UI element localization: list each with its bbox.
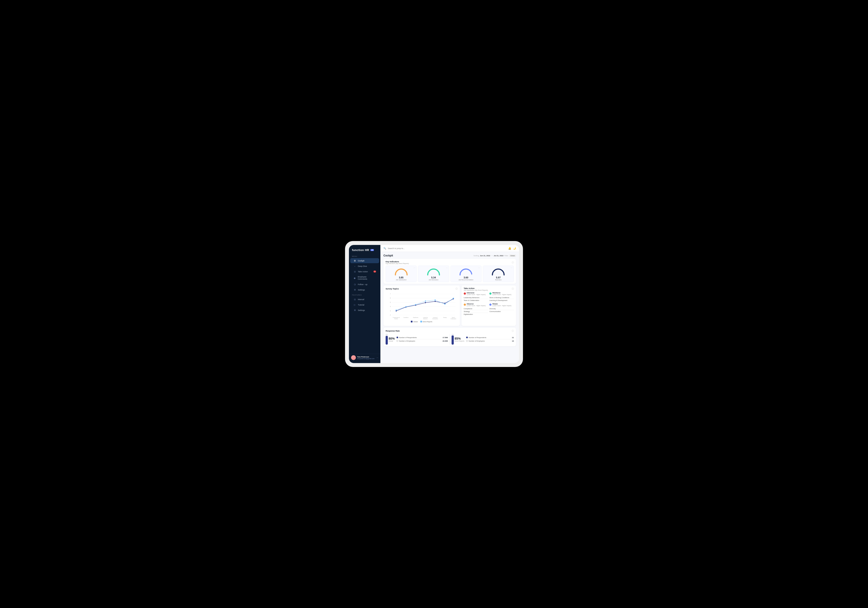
response-pct-fill-direct bbox=[451, 336, 454, 345]
sidebar-item-take-action[interactable]: ◎ Take Action 3 bbox=[350, 269, 379, 274]
stat-label-employees-global: Number of Employees bbox=[399, 340, 415, 342]
response-stats-global: Number of Respondents 17.500 Number of E… bbox=[397, 336, 448, 343]
tablet-frame: function HR HR MENU ⊞ Cockpit ⬦ Deep Div… bbox=[345, 241, 523, 367]
sidebar-item-label-manual: Manual bbox=[358, 299, 364, 300]
stat-label-respondents-direct: Number of Respondents bbox=[469, 337, 486, 339]
survey-topics-info-icon[interactable]: ⓘ bbox=[456, 287, 458, 290]
sidebar-item-label-take-action: Take Action bbox=[358, 271, 368, 273]
sidebar-item-label-settings2: Settings bbox=[358, 309, 365, 311]
indicator-job-satisfaction: ··· 3.85 Job Satisfaction bbox=[386, 266, 417, 282]
response-pct-fill-global bbox=[386, 336, 388, 345]
sidebar-item-manual[interactable]: ◎ Manual bbox=[350, 297, 379, 302]
observe-title: Observe bbox=[467, 303, 486, 305]
stat-left-respondents-global: Number of Respondents bbox=[397, 337, 417, 339]
observe-dot bbox=[464, 303, 466, 306]
stat-value-employees-direct: 13 bbox=[512, 340, 514, 342]
chart-legend: Global Direct Reports bbox=[386, 321, 458, 322]
sidebar-item-tutorial[interactable]: ▷ Tutorial bbox=[350, 302, 379, 307]
settings-icon: ⚙ bbox=[353, 289, 356, 291]
sidebar-item-deep-dive[interactable]: ⬦ Deep Dive bbox=[350, 264, 379, 269]
take-action-info-icon[interactable]: ⓘ bbox=[512, 287, 514, 290]
indicators-row: ··· 3.85 Job Satisfaction bbox=[386, 266, 514, 282]
intervene-dot bbox=[464, 292, 466, 295]
main-content: 🔍 🔔 🌙 Cockpit Sorting Jun 21, 2022 → Jul bbox=[380, 245, 519, 363]
quadrant-header-reinforce: Reinforce (Lower Score - Higher Impact) bbox=[489, 292, 514, 295]
sidebar-item-settings2[interactable]: ⚙ Settings bbox=[350, 308, 379, 313]
observe-item-2: Digitalization bbox=[464, 313, 488, 316]
gauge-value-2: 5.34 bbox=[420, 276, 447, 279]
stat-circle-respondents-direct bbox=[466, 337, 468, 338]
indicator-retention: ··· 5.97 Retention bbox=[483, 266, 514, 282]
sidebar-item-label-deep-dive: Deep Dive bbox=[358, 265, 367, 267]
svg-point-21 bbox=[415, 304, 416, 305]
survey-topics-title: Survey Topics bbox=[386, 288, 399, 290]
svg-text:Development: Development bbox=[432, 318, 438, 319]
survey-topics-header: Survey Topics ⓘ bbox=[386, 287, 458, 290]
user-info: Tom Pederson tompederson@gmail.com bbox=[357, 356, 375, 359]
gauge-label-3: Job Recommendation bbox=[453, 279, 480, 281]
topbar: 🔍 🔔 🌙 bbox=[380, 245, 519, 252]
sidebar-item-label-follow-up: Follow - up bbox=[358, 283, 367, 286]
stat-label-respondents-global: Number of Respondents bbox=[399, 337, 417, 339]
response-pct-bar-global bbox=[386, 334, 388, 345]
response-block-direct: 85% Direct Reports Number of Respondents bbox=[451, 334, 514, 345]
quadrant-header-retain: Retain (Lower Score - Higher Impact) bbox=[489, 303, 514, 306]
sidebar-item-settings[interactable]: ⚙ Settings bbox=[350, 287, 379, 292]
intervene-subtitle: (Lower Score - Higher Impact) bbox=[467, 294, 486, 295]
logo-badge: HR bbox=[370, 249, 374, 251]
sidebar-item-employee-comments[interactable]: ◉ Employee Comments bbox=[350, 274, 379, 281]
legend-label-global: Global bbox=[413, 321, 417, 322]
gauge-value-4: 5.97 bbox=[485, 276, 512, 279]
indicator-more-4[interactable]: ··· bbox=[511, 267, 512, 269]
gauge-job-satisfaction bbox=[394, 267, 409, 276]
stat-circle-employees-global bbox=[397, 340, 398, 342]
response-rate-info-icon[interactable]: ⓘ bbox=[512, 330, 514, 333]
reinforce-subtitle: (Lower Score - Higher Impact) bbox=[492, 294, 511, 295]
sidebar-item-label-settings: Settings bbox=[358, 289, 365, 291]
quadrant-observe: Observe (Lower Score - Higher Impact) Co… bbox=[464, 303, 488, 316]
content-area: Cockpit Sorting Jun 21, 2022 → Jul 21, 2… bbox=[380, 252, 519, 363]
indicator-more-3[interactable]: ··· bbox=[478, 267, 480, 269]
indicator-more-2[interactable]: ··· bbox=[446, 267, 448, 269]
response-rate-card: Response Rate ⓘ 80% bbox=[383, 328, 516, 346]
sidebar-item-label-employee-comments: Employee Comments bbox=[358, 276, 376, 280]
response-block-global: 80% Global Number of Respondents bbox=[386, 334, 448, 345]
search-input[interactable] bbox=[388, 247, 507, 249]
svg-text:5: 5 bbox=[390, 302, 391, 303]
page-header: Cockpit Sorting Jun 21, 2022 → Jul 21, 2… bbox=[383, 254, 516, 257]
indicator-more-1[interactable]: ··· bbox=[414, 267, 415, 269]
response-stats-direct: Number of Respondents 11 Number of Emplo… bbox=[466, 336, 514, 343]
sidebar-item-label-tutorial: Tutorial bbox=[358, 304, 364, 306]
svg-text:3: 3 bbox=[390, 310, 391, 312]
sidebar-user: Tom Pederson tompederson@gmail.com ··· bbox=[349, 354, 380, 361]
stat-left-respondents-direct: Number of Respondents bbox=[466, 337, 486, 339]
legend-direct: Direct Reports bbox=[420, 321, 432, 322]
sidebar-item-cockpit[interactable]: ⊞ Cockpit bbox=[350, 258, 379, 263]
quadrant-intervene: Intervene (Lower Score - Higher Impact) … bbox=[464, 292, 488, 302]
quadrant-header-intervene: Intervene (Lower Score - Higher Impact) bbox=[464, 292, 488, 295]
gauge-label-2: Job Motivation bbox=[420, 279, 447, 281]
key-indicators-info-icon[interactable]: ⓘ bbox=[512, 261, 514, 264]
key-indicators-card: Key Indicators Key Indicators (My Direct… bbox=[383, 259, 516, 284]
intervene-title: Intervene bbox=[467, 292, 486, 294]
user-more-button[interactable]: ··· bbox=[377, 356, 378, 359]
take-action-title: Take Action bbox=[464, 287, 488, 289]
stat-value-respondents-global: 17.500 bbox=[443, 337, 448, 339]
take-action-card: Take Action Job Satisfaction (My Direct … bbox=[462, 286, 516, 326]
stat-label-employees-direct: Number of Employees bbox=[469, 340, 485, 342]
svg-point-20 bbox=[405, 306, 406, 307]
logo-text: function HR bbox=[352, 249, 369, 252]
gauge-job-recommendation bbox=[458, 267, 473, 276]
cockpit-icon: ⊞ bbox=[353, 260, 356, 262]
response-stat-row-respondents-direct: Number of Respondents 11 bbox=[466, 336, 514, 339]
sorting-arrow: → bbox=[491, 255, 493, 257]
sidebar-item-follow-up[interactable]: ◷ Follow - up bbox=[350, 282, 379, 287]
quadrant-reinforce: Reinforce (Lower Score - Higher Impact) … bbox=[489, 292, 514, 302]
svg-text:Digitalization: Digitalization bbox=[413, 317, 418, 318]
moon-icon[interactable]: 🌙 bbox=[513, 247, 516, 250]
page-title: Cockpit bbox=[383, 254, 393, 257]
response-pct-text-global: 80% bbox=[389, 337, 395, 340]
svg-point-15 bbox=[425, 302, 426, 303]
legend-dot-global bbox=[411, 321, 412, 322]
notification-icon[interactable]: 🔔 bbox=[508, 247, 511, 250]
